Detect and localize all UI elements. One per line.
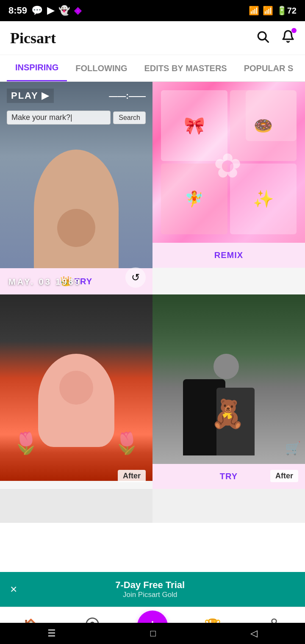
header-actions <box>256 30 295 46</box>
card-bear: 🧸 🛒 After TRY <box>152 294 305 489</box>
wifi-icon: 📶 <box>249 6 259 16</box>
snapchat-icon: 👻 <box>58 5 70 16</box>
card-play: PLAY ▶ ——:—— Make your mark?| Search MAY… <box>0 82 152 294</box>
tab-inspiring[interactable]: INSPIRING <box>7 55 67 81</box>
partial-card-left <box>0 489 152 523</box>
android-back-icon[interactable]: ◁ <box>250 628 258 639</box>
search-overlay-button[interactable]: Search <box>113 111 146 124</box>
signal-icon: 📶 <box>263 6 273 16</box>
date-overlay: MAY. 03 1989 <box>8 277 81 287</box>
partial-card-right <box>152 489 305 523</box>
android-menu-icon[interactable]: ☰ <box>47 628 56 639</box>
notifications-button[interactable] <box>281 30 295 46</box>
picsart-icon: ◈ <box>74 5 81 16</box>
android-nav: ☰ □ ◁ <box>0 623 305 644</box>
notification-dot <box>291 28 297 33</box>
battery-icon: 🔋72 <box>277 6 297 16</box>
feed-grid: PLAY ▶ ——:—— Make your mark?| Search MAY… <box>0 82 305 489</box>
after-badge-tulip: After <box>118 470 146 482</box>
promo-close-button[interactable]: × <box>10 583 17 596</box>
status-bar: 8:59 💬 ▶ 👻 ◈ 📶 📶 🔋72 <box>0 0 305 21</box>
card-tulip: 🌷 🌷 After <box>0 294 152 489</box>
feed-tabs: INSPIRING FOLLOWING EDITS BY MASTERS POP… <box>0 55 305 82</box>
promo-text: 7-Day Free Trial Join Picsart Gold <box>17 580 283 599</box>
status-time: 8:59 <box>8 5 27 16</box>
tab-following[interactable]: FOLLOWING <box>67 56 136 81</box>
youtube-icon: ▶ <box>47 5 54 16</box>
partial-cards <box>0 489 305 523</box>
card-collage: 🎀 🍩 🧚 ✨ REMIX <box>152 82 305 294</box>
search-overlay: Make your mark?| Search <box>7 111 146 125</box>
tulip-image: 🌷 🌷 <box>0 294 152 481</box>
status-right: 📶 📶 🔋72 <box>249 6 297 16</box>
search-button[interactable] <box>256 30 269 46</box>
status-left: 8:59 💬 ▶ 👻 ◈ <box>8 5 81 16</box>
tab-edits-by-masters[interactable]: EDITS BY MASTERS <box>136 56 235 81</box>
svg-line-1 <box>265 39 268 42</box>
header: Picsart <box>0 21 305 55</box>
android-home-icon[interactable]: □ <box>150 628 156 639</box>
play-card-image <box>0 82 152 268</box>
messenger-icon: 💬 <box>31 5 43 16</box>
after-badge-bear: After <box>270 470 298 482</box>
promo-banner: × 7-Day Free Trial Join Picsart Gold <box>0 572 305 607</box>
promo-title: 7-Day Free Trial <box>17 580 283 591</box>
tab-popular-stickers[interactable]: POPULAR S <box>236 56 302 81</box>
collage-image: 🎀 🍩 🧚 ✨ <box>152 82 305 243</box>
app-logo: Picsart <box>10 29 56 47</box>
replay-button[interactable]: ↺ <box>125 267 146 288</box>
promo-subtitle: Join Picsart Gold <box>17 591 283 599</box>
remix-button[interactable]: REMIX <box>152 243 305 268</box>
search-input-overlay[interactable]: Make your mark?| <box>7 111 111 125</box>
bear-image: 🧸 🛒 <box>152 294 305 464</box>
